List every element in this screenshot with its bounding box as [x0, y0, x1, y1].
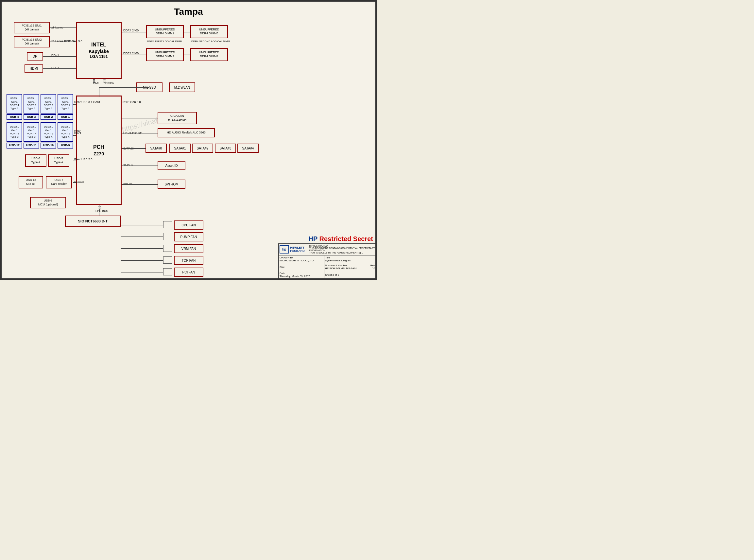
pcie-gen3-label: PCIE Gen 3.0: [123, 100, 141, 104]
usb9-label: USB-9: [61, 144, 70, 147]
sheet-cell: Sheet 2 of 2: [324, 271, 376, 279]
vrm-fan-box: VRM FAN: [174, 244, 203, 253]
ddr4-dimm2-label: UNBUFFEREDDDR4 DIMM2: [155, 51, 175, 58]
usb4-label-box: USB-4: [6, 114, 22, 120]
fan-conn-3: [163, 245, 172, 252]
size-cell: Size: [279, 263, 324, 271]
usb3-label-box: USB-3: [23, 114, 39, 120]
m2-wlan-box: M.2 WLAN: [169, 82, 195, 92]
pci-fan-box: PCI FAN: [174, 267, 203, 277]
usb4-group: USB3.1Gen1PORT 4Type A: [6, 94, 22, 114]
usb1-group: USB3.1Gen1PORT 1Type A: [58, 94, 73, 114]
usb9-group: USB3.1Gen1PORT 5Type A: [58, 122, 73, 142]
fan-conn-4: [163, 257, 172, 264]
dmi-arrow: ⇕: [91, 78, 97, 85]
sio-label: SIO NCT6683 D-T: [78, 219, 107, 223]
pcie-slot2-box: PCIE x16 Slot2(x8 Lanes): [14, 36, 50, 47]
ddr4-dimm4-label: UNBUFFEREDDDR4 DIMM4: [199, 51, 219, 58]
sata0-label: SATA#0: [150, 146, 162, 151]
ddr4-dimm3-label: UNBUFFEREDDDR4 DIMM3: [199, 28, 219, 35]
rear-usb20-label: Rear USB 2.0: [74, 158, 93, 161]
sio-box: SIO NCT6683 D-T: [65, 216, 121, 227]
ddr4-dimm2-box: UNBUFFEREDDDR4 DIMM2: [146, 48, 184, 61]
line-ddr24: [184, 55, 190, 55]
pump-fan-label: PUMP FAN: [181, 235, 197, 239]
usb11-label-box: USB-11: [23, 143, 39, 148]
top-fan-label: TOP FAN: [182, 258, 196, 263]
usb3-label: USB-3: [27, 115, 36, 119]
spi-rom-label: SPI ROM: [164, 182, 178, 186]
usb5-box: USB-5Type A: [48, 154, 69, 167]
lpc-arrow: ⇕: [97, 204, 102, 212]
usb10-group: USB3.1Gen1PORT 6Type A: [41, 122, 56, 142]
sata0-box: SATA#0: [145, 144, 167, 153]
dispa-arrow: ⇕: [102, 78, 107, 85]
hp-restricted-note: HP RESTRICTEDTHIS DOCUMENT CONTAINS CONF…: [309, 245, 375, 254]
line-pcie1: [50, 27, 76, 28]
hdmi-label: HDMI: [30, 66, 38, 71]
usb2-label: USB-2: [44, 115, 53, 119]
date-value: Thursday, March 09, 2017: [280, 275, 310, 278]
smbus-label: SMBus: [123, 163, 133, 167]
pch-label1: PCH: [93, 144, 104, 151]
hp-text: HP: [308, 235, 319, 242]
spi-rom-box: SPI ROM: [158, 180, 185, 189]
usb13-box: USB-13M.2 BT: [19, 176, 43, 188]
fan-conn-5: [163, 268, 172, 275]
rev-value: 10: [372, 267, 375, 270]
top-fan-box: TOP FAN: [174, 256, 203, 265]
line-m2v: [99, 87, 99, 97]
asset-id-box: Asset ID: [158, 161, 185, 170]
usb13-label: USB-13M.2 BT: [26, 178, 36, 186]
rear-usb31-label: Rear USB 3.1 Gen1: [74, 100, 100, 104]
usb6-label: USB-6Type A: [32, 157, 41, 164]
line-ddr2: [122, 55, 146, 55]
pcie-slot2-label: PCIE x16 Slot2(x8 Lanes): [22, 38, 42, 45]
usb12-group: USB3.1Gen1PORT 8Type C: [6, 122, 22, 142]
line-usb-front: [73, 135, 76, 136]
dp-label: DP: [33, 54, 37, 59]
usb11-group: USB3.1Gen1PORT 7Type C: [23, 122, 39, 142]
usb2-group: USB3.1Gen1PORT 2Type A: [41, 94, 56, 114]
ddr4-first-logical-label: DDR4 FIRST LOGICAL DIMM: [147, 40, 182, 43]
usb6-box: USB-6Type A: [25, 154, 46, 167]
line-fan3: [121, 248, 163, 249]
hd-audio-label: HD AUDIO Realtek ALC 3863: [167, 131, 206, 135]
date-cell: DateThursday, March 09, 2017: [279, 271, 324, 279]
line-m2h: [99, 87, 149, 88]
drawn-by-value: MICRO-STAR INT'L CO.,LTD: [280, 259, 313, 262]
line-hdmi: [43, 68, 76, 69]
rev-cell: Rev10: [367, 263, 376, 271]
line-usb-int: [73, 182, 76, 183]
asset-id-label: Asset ID: [165, 163, 178, 168]
pump-fan-box: PUMP FAN: [174, 232, 203, 241]
usb1-label: USB-1: [61, 115, 70, 119]
line-usb-rear20: [73, 161, 76, 161]
sata4-label: SATA#4: [242, 146, 254, 151]
sata3-label: SATA#3: [220, 146, 231, 151]
cpu-label1: INTEL: [91, 42, 106, 48]
hp-restricted-title: HP Restricted Secret: [308, 235, 373, 243]
ddr4-second-logical-label: DDR4 SECOND LOGICAL DIMM: [191, 40, 230, 43]
line-spi: [122, 184, 158, 185]
dp-box: DP: [27, 52, 43, 61]
sata3-box: SATA#3: [215, 144, 236, 153]
hdmi-box: HDMI: [24, 64, 43, 73]
usb1-label-box: USB-1: [58, 114, 73, 120]
line-lan: [122, 118, 158, 118]
cpu-fan-label: CPU FAN: [182, 223, 196, 227]
usb9-label-box: USB-9: [58, 143, 73, 148]
sheet-value: Sheet 2 of 2: [325, 274, 339, 276]
ddr4-dimm3-box: UNBUFFEREDDDR4 DIMM3: [190, 25, 228, 38]
line-ddr1: [122, 32, 146, 33]
hp-logo: hp: [280, 245, 289, 254]
usb10-label-box: USB-10: [41, 143, 56, 148]
giga-lan-label: GIGA LANRTL8111HSH: [168, 114, 186, 122]
ddr4-dimm1-label: UNBUFFEREDDDR4 DIMM1: [155, 28, 175, 35]
cpu-label2: Kapylake: [88, 48, 108, 54]
line-ddr13: [184, 32, 190, 33]
sata1-label: SATA#1: [174, 146, 186, 151]
giga-lan-box: GIGA LANRTL8111HSH: [158, 112, 197, 124]
vrm-fan-label: VRM FAN: [182, 247, 196, 251]
footer-area: hp HEWLETTPACKARD HP RESTRICTEDTHIS DOCU…: [278, 243, 376, 279]
